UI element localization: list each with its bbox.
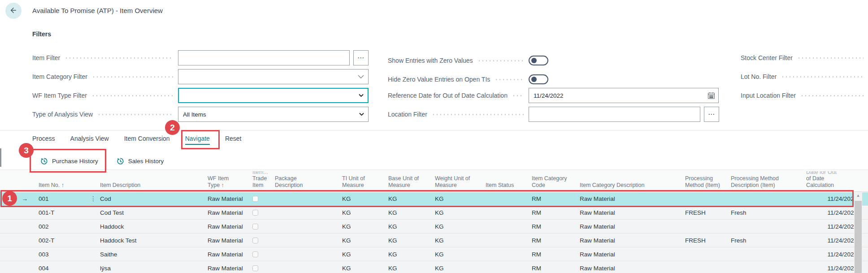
column-header[interactable]: WF Item Type ↑ bbox=[204, 175, 249, 191]
location-filter-assist-button[interactable]: ⋯ bbox=[704, 107, 719, 122]
location-filter-input[interactable] bbox=[529, 107, 700, 122]
reference-date-input[interactable] bbox=[529, 88, 719, 103]
item-category-filter-label: Item Category Filter bbox=[32, 73, 87, 80]
date-out-of-date-cell: 11/24/2022 bbox=[803, 251, 859, 258]
column-header[interactable]: Base Unit of Measure bbox=[385, 175, 431, 191]
column-header-label: TI Unit of Measure bbox=[342, 175, 381, 189]
tab-item-conversion[interactable]: Item Conversion bbox=[124, 135, 170, 149]
scrollbar-thumb[interactable] bbox=[855, 201, 862, 273]
item-category-description-cell: Raw Material bbox=[576, 251, 681, 258]
row-menu-icon[interactable]: ⋮ bbox=[90, 195, 96, 202]
trade-item-cell bbox=[249, 251, 271, 257]
item-no-cell: 004 bbox=[35, 265, 90, 272]
item-description-cell: Haddock Test bbox=[96, 237, 204, 244]
type-of-analysis-view-row: Type of Analysis View All Items bbox=[32, 107, 369, 122]
column-header[interactable]: Item...Trade Item bbox=[249, 171, 271, 191]
item-filter-input[interactable] bbox=[178, 50, 350, 65]
table-row[interactable]: 004lýsaRaw MaterialKGKGKGRMRaw Material1… bbox=[0, 261, 868, 273]
chevron-down-icon bbox=[358, 74, 364, 79]
page-title: Available To Promise (ATP) - Item Overvi… bbox=[32, 7, 163, 14]
column-header[interactable]: Package Description bbox=[271, 175, 339, 191]
show-entries-zero-label: Show Entries with Zero Values bbox=[388, 57, 473, 64]
trade-item-checkbox[interactable] bbox=[252, 224, 258, 230]
vertical-scrollbar[interactable]: ▲ bbox=[854, 192, 862, 273]
input-location-filter-label: Input Location Filter bbox=[741, 92, 796, 99]
reference-date-row: Reference Date for Out of Date Calculati… bbox=[388, 88, 719, 103]
calendar-icon[interactable] bbox=[707, 92, 715, 100]
column-header[interactable]: Processing Method Description (Item) bbox=[727, 175, 803, 191]
column-header[interactable]: Item Status bbox=[482, 182, 528, 191]
item-no-link[interactable]: 001 bbox=[39, 195, 49, 202]
item-filter-assist-button[interactable]: ⋯ bbox=[353, 50, 369, 65]
lot-no-filter-label: Lot No. Filter bbox=[741, 73, 777, 80]
hide-zero-open-tis-row: Hide Zero Value Entries on Open TIs bbox=[388, 72, 719, 87]
table-row[interactable]: 001-TCod TestRaw MaterialKGKGKGRMRaw Mat… bbox=[0, 206, 868, 220]
assist-edit-icon: ⋯ bbox=[357, 54, 365, 62]
column-header[interactable]: Date for Outof Date Calculation bbox=[803, 171, 859, 191]
ribbon-tabs: ProcessAnalysis ViewItem ConversionNavig… bbox=[0, 130, 868, 149]
column-header-label: Package Description bbox=[275, 175, 335, 189]
table-row[interactable]: 002-THaddock TestRaw MaterialKGKGKGRMRaw… bbox=[0, 234, 868, 247]
column-header-label: Trade Item bbox=[252, 175, 268, 189]
annotation-badge-2: 2 bbox=[165, 120, 180, 135]
item-filter-label: Item Filter bbox=[32, 54, 60, 61]
column-header[interactable]: Item No. ↑ bbox=[35, 182, 96, 191]
weight-uom-cell: KG bbox=[431, 265, 482, 272]
type-of-analysis-view-select[interactable]: All Items bbox=[178, 107, 369, 122]
tab-analysis-view[interactable]: Analysis View bbox=[70, 135, 109, 149]
column-header[interactable]: TI Unit of Measure bbox=[339, 175, 385, 191]
show-entries-zero-toggle[interactable] bbox=[529, 56, 548, 65]
sales-history-button[interactable]: Sales History bbox=[117, 157, 164, 165]
back-button[interactable] bbox=[5, 3, 22, 19]
column-header[interactable]: Item Category Description bbox=[576, 182, 681, 191]
column-header-label: Processing Method (Item) bbox=[685, 175, 724, 189]
table-row[interactable]: →001⋮CodRaw MaterialKGKGKGRMRaw Material… bbox=[0, 192, 868, 206]
scroll-up-arrow-icon[interactable]: ▲ bbox=[854, 193, 862, 198]
hide-zero-open-tis-toggle[interactable] bbox=[529, 74, 548, 84]
column-header[interactable]: Weight Unit of Measure bbox=[431, 175, 482, 191]
dotted-leader bbox=[797, 57, 864, 59]
ti-uom-cell: KG bbox=[339, 209, 385, 216]
wf-item-type-filter-select[interactable] bbox=[178, 88, 369, 103]
ti-uom-cell: KG bbox=[339, 251, 385, 258]
purchase-history-button[interactable]: Purchase History bbox=[40, 157, 98, 165]
item-no-link[interactable]: 002-T bbox=[39, 237, 54, 244]
item-no-link[interactable]: 002 bbox=[39, 223, 49, 230]
annotation-badge-3: 3 bbox=[19, 143, 34, 158]
base-uom-cell: KG bbox=[385, 209, 431, 216]
table-row[interactable]: 002HaddockRaw MaterialKGKGKGRMRaw Materi… bbox=[0, 220, 868, 234]
stock-center-filter-row: Stock Center Filter bbox=[741, 50, 868, 65]
lot-no-filter-row: Lot No. Filter bbox=[741, 69, 868, 84]
item-no-link[interactable]: 001-T bbox=[39, 209, 54, 216]
sales-history-label: Sales History bbox=[128, 158, 164, 165]
item-filter-row: Item Filter ⋯ bbox=[32, 50, 369, 65]
column-header[interactable]: Processing Method (Item) bbox=[681, 175, 727, 191]
trade-item-checkbox[interactable] bbox=[252, 265, 258, 271]
stock-center-filter-label: Stock Center Filter bbox=[741, 54, 793, 61]
tab-process[interactable]: Process bbox=[32, 135, 55, 149]
column-header-label: Item Category Code bbox=[532, 175, 573, 189]
column-header-label: Item Description bbox=[100, 182, 200, 189]
item-category-description-cell: Raw Material bbox=[576, 265, 681, 272]
dotted-leader bbox=[512, 95, 524, 97]
item-no-link[interactable]: 003 bbox=[39, 251, 49, 258]
processing-method-cell: FRESH bbox=[681, 237, 727, 244]
trade-item-checkbox[interactable] bbox=[252, 251, 258, 257]
trade-item-cell bbox=[249, 224, 271, 230]
item-category-filter-row: Item Category Filter bbox=[32, 69, 369, 84]
table-row[interactable]: 003SaitheRaw MaterialKGKGKGRMRaw Materia… bbox=[0, 247, 868, 261]
item-category-filter-dropdown[interactable] bbox=[178, 69, 369, 84]
trade-item-checkbox[interactable] bbox=[252, 238, 258, 243]
item-no-cell: 002-T bbox=[35, 237, 90, 244]
type-of-analysis-view-label: Type of Analysis View bbox=[32, 111, 93, 118]
tab-reset[interactable]: Reset bbox=[225, 135, 242, 149]
trade-item-checkbox[interactable] bbox=[252, 196, 258, 202]
column-header[interactable]: Item Description bbox=[96, 182, 204, 191]
tab-navigate[interactable]: Navigate bbox=[185, 135, 210, 149]
column-header[interactable]: Item Category Code bbox=[528, 175, 576, 191]
item-no-link[interactable]: 004 bbox=[39, 265, 49, 272]
trade-item-checkbox[interactable] bbox=[252, 210, 258, 216]
trade-item-cell bbox=[249, 210, 271, 216]
purchase-history-label: Purchase History bbox=[52, 158, 98, 165]
column-header-label: Item No. ↑ bbox=[39, 182, 93, 189]
